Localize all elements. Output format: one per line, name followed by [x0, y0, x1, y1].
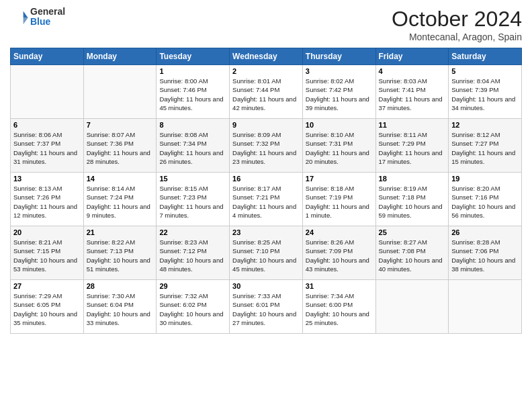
day-info: Sunrise: 8:01 AM Sunset: 7:44 PM Dayligh…	[232, 77, 300, 112]
day-info: Sunrise: 7:30 AM Sunset: 6:04 PM Dayligh…	[87, 291, 154, 327]
calendar-week-row: 1Sunrise: 8:00 AM Sunset: 7:46 PM Daylig…	[11, 65, 522, 119]
table-row: 1Sunrise: 8:00 AM Sunset: 7:46 PM Daylig…	[157, 65, 230, 119]
day-number: 2	[232, 67, 300, 75]
day-info: Sunrise: 8:11 AM Sunset: 7:29 PM Dayligh…	[379, 130, 446, 166]
table-row: 21Sunrise: 8:22 AM Sunset: 7:13 PM Dayli…	[83, 226, 157, 280]
day-info: Sunrise: 7:34 AM Sunset: 6:00 PM Dayligh…	[306, 291, 373, 327]
table-row	[375, 280, 449, 334]
day-info: Sunrise: 8:13 AM Sunset: 7:26 PM Dayligh…	[13, 184, 81, 220]
day-number: 3	[306, 67, 373, 75]
day-info: Sunrise: 8:14 AM Sunset: 7:24 PM Dayligh…	[87, 184, 154, 220]
table-row: 29Sunrise: 7:32 AM Sunset: 6:02 PM Dayli…	[157, 280, 230, 334]
day-info: Sunrise: 8:03 AM Sunset: 7:41 PM Dayligh…	[379, 77, 446, 112]
day-number: 30	[232, 282, 300, 290]
day-number: 29	[159, 282, 226, 290]
day-number: 31	[306, 282, 373, 290]
day-number: 14	[87, 175, 154, 183]
calendar-week-row: 6Sunrise: 8:06 AM Sunset: 7:37 PM Daylig…	[11, 119, 522, 173]
table-row: 26Sunrise: 8:28 AM Sunset: 7:06 PM Dayli…	[449, 226, 522, 280]
day-info: Sunrise: 8:28 AM Sunset: 7:06 PM Dayligh…	[451, 238, 519, 273]
day-number: 20	[13, 228, 81, 236]
calendar-header-row: Sunday Monday Tuesday Wednesday Thursday…	[11, 48, 522, 65]
table-row: 3Sunrise: 8:02 AM Sunset: 7:42 PM Daylig…	[302, 65, 375, 119]
logo-general: General	[30, 7, 65, 17]
logo-blue: Blue	[30, 17, 65, 27]
day-info: Sunrise: 8:25 AM Sunset: 7:10 PM Dayligh…	[232, 238, 300, 273]
table-row: 25Sunrise: 8:27 AM Sunset: 7:08 PM Dayli…	[375, 226, 449, 280]
day-info: Sunrise: 8:17 AM Sunset: 7:21 PM Dayligh…	[232, 184, 300, 220]
day-number: 6	[13, 121, 81, 129]
header-wednesday: Wednesday	[230, 48, 303, 65]
day-info: Sunrise: 8:21 AM Sunset: 7:15 PM Dayligh…	[13, 238, 81, 273]
header-saturday: Saturday	[449, 48, 522, 65]
table-row	[449, 280, 522, 334]
day-info: Sunrise: 8:08 AM Sunset: 7:34 PM Dayligh…	[159, 130, 226, 166]
logo: General Blue	[10, 7, 65, 28]
svg-marker-1	[24, 18, 28, 25]
header-monday: Monday	[83, 48, 157, 65]
table-row: 27Sunrise: 7:29 AM Sunset: 6:05 PM Dayli…	[11, 280, 84, 334]
day-number: 4	[379, 67, 446, 75]
svg-marker-0	[24, 11, 28, 18]
table-row: 9Sunrise: 8:09 AM Sunset: 7:32 PM Daylig…	[230, 119, 303, 173]
table-row: 15Sunrise: 8:15 AM Sunset: 7:23 PM Dayli…	[157, 173, 230, 226]
table-row	[83, 65, 157, 119]
day-number: 5	[451, 67, 519, 75]
day-number: 22	[159, 228, 226, 236]
calendar-week-row: 13Sunrise: 8:13 AM Sunset: 7:26 PM Dayli…	[11, 173, 522, 226]
day-number: 16	[232, 175, 300, 183]
page-container: General Blue October 2024 Montecanal, Ar…	[0, 0, 532, 411]
table-row: 23Sunrise: 8:25 AM Sunset: 7:10 PM Dayli…	[230, 226, 303, 280]
day-info: Sunrise: 8:20 AM Sunset: 7:16 PM Dayligh…	[451, 184, 519, 220]
table-row	[11, 65, 84, 119]
day-number: 15	[159, 175, 226, 183]
table-row: 19Sunrise: 8:20 AM Sunset: 7:16 PM Dayli…	[449, 173, 522, 226]
table-row: 31Sunrise: 7:34 AM Sunset: 6:00 PM Dayli…	[302, 280, 375, 334]
day-info: Sunrise: 8:27 AM Sunset: 7:08 PM Dayligh…	[379, 238, 446, 273]
table-row: 20Sunrise: 8:21 AM Sunset: 7:15 PM Dayli…	[11, 226, 84, 280]
table-row: 28Sunrise: 7:30 AM Sunset: 6:04 PM Dayli…	[83, 280, 157, 334]
day-number: 23	[232, 228, 300, 236]
location: Montecanal, Aragon, Spain	[392, 32, 522, 42]
title-block: October 2024 Montecanal, Aragon, Spain	[392, 7, 522, 42]
day-number: 26	[451, 228, 519, 236]
day-number: 18	[379, 175, 446, 183]
table-row: 18Sunrise: 8:19 AM Sunset: 7:18 PM Dayli…	[375, 173, 449, 226]
day-number: 19	[451, 175, 519, 183]
day-info: Sunrise: 7:32 AM Sunset: 6:02 PM Dayligh…	[159, 291, 226, 327]
logo-icon	[10, 7, 29, 26]
day-info: Sunrise: 8:06 AM Sunset: 7:37 PM Dayligh…	[13, 130, 81, 166]
day-info: Sunrise: 8:23 AM Sunset: 7:12 PM Dayligh…	[159, 238, 226, 273]
header-sunday: Sunday	[11, 48, 84, 65]
table-row: 17Sunrise: 8:18 AM Sunset: 7:19 PM Dayli…	[302, 173, 375, 226]
day-number: 21	[87, 228, 154, 236]
day-number: 28	[87, 282, 154, 290]
table-row: 7Sunrise: 8:07 AM Sunset: 7:36 PM Daylig…	[83, 119, 157, 173]
day-info: Sunrise: 8:09 AM Sunset: 7:32 PM Dayligh…	[232, 130, 300, 166]
header-tuesday: Tuesday	[157, 48, 230, 65]
table-row: 12Sunrise: 8:12 AM Sunset: 7:27 PM Dayli…	[449, 119, 522, 173]
table-row: 11Sunrise: 8:11 AM Sunset: 7:29 PM Dayli…	[375, 119, 449, 173]
page-header: General Blue October 2024 Montecanal, Ar…	[10, 7, 522, 42]
day-info: Sunrise: 8:10 AM Sunset: 7:31 PM Dayligh…	[306, 130, 373, 166]
day-info: Sunrise: 8:12 AM Sunset: 7:27 PM Dayligh…	[451, 130, 519, 166]
table-row: 4Sunrise: 8:03 AM Sunset: 7:41 PM Daylig…	[375, 65, 449, 119]
table-row: 2Sunrise: 8:01 AM Sunset: 7:44 PM Daylig…	[230, 65, 303, 119]
table-row: 8Sunrise: 8:08 AM Sunset: 7:34 PM Daylig…	[157, 119, 230, 173]
table-row: 13Sunrise: 8:13 AM Sunset: 7:26 PM Dayli…	[11, 173, 84, 226]
day-info: Sunrise: 8:04 AM Sunset: 7:39 PM Dayligh…	[451, 77, 519, 112]
day-info: Sunrise: 8:02 AM Sunset: 7:42 PM Dayligh…	[306, 77, 373, 112]
calendar-week-row: 20Sunrise: 8:21 AM Sunset: 7:15 PM Dayli…	[11, 226, 522, 280]
day-info: Sunrise: 7:33 AM Sunset: 6:01 PM Dayligh…	[232, 291, 300, 327]
day-info: Sunrise: 8:00 AM Sunset: 7:46 PM Dayligh…	[159, 77, 226, 112]
day-number: 9	[232, 121, 300, 129]
table-row: 14Sunrise: 8:14 AM Sunset: 7:24 PM Dayli…	[83, 173, 157, 226]
day-info: Sunrise: 7:29 AM Sunset: 6:05 PM Dayligh…	[13, 291, 81, 327]
day-number: 27	[13, 282, 81, 290]
calendar-week-row: 27Sunrise: 7:29 AM Sunset: 6:05 PM Dayli…	[11, 280, 522, 334]
day-number: 25	[379, 228, 446, 236]
header-thursday: Thursday	[302, 48, 375, 65]
table-row: 6Sunrise: 8:06 AM Sunset: 7:37 PM Daylig…	[11, 119, 84, 173]
calendar-table: Sunday Monday Tuesday Wednesday Thursday…	[10, 48, 522, 334]
day-number: 10	[306, 121, 373, 129]
